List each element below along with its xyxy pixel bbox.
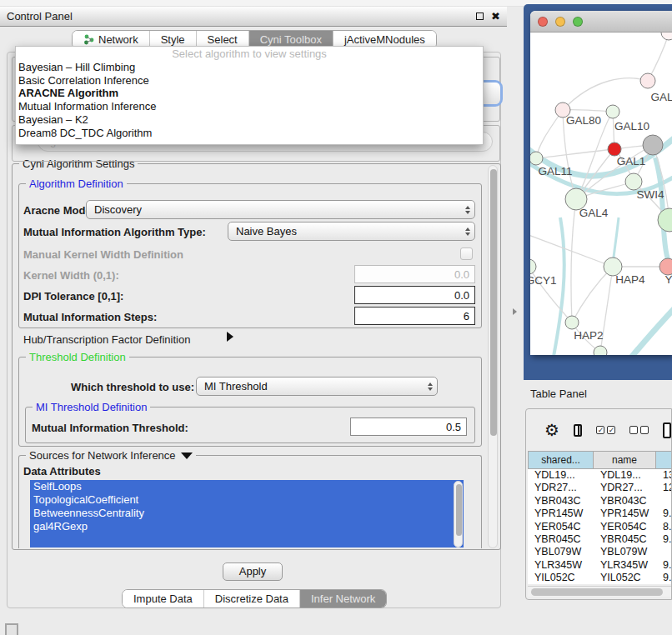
table-cell: YBL079W [594, 546, 656, 558]
minimize-traffic-light-icon[interactable] [555, 17, 565, 27]
table-row[interactable]: YIL052CYIL052C9. [528, 572, 672, 584]
network-edge[interactable] [536, 149, 614, 158]
network-node[interactable] [659, 258, 672, 275]
network-node[interactable] [594, 346, 607, 355]
column-header-a[interactable]: A [656, 451, 672, 469]
aracne-mode-value: Discovery [87, 203, 461, 216]
table-cell: YDR27... [594, 482, 656, 494]
collapse-arrow-icon[interactable] [181, 452, 193, 459]
table-row[interactable]: YDR27...YDR27...12 [528, 482, 672, 494]
network-node[interactable] [606, 105, 619, 118]
table-toolbar: ⚙ ✓✓ [526, 409, 671, 451]
node-label: GAL1 [617, 155, 646, 168]
table-cell: YBR045C [594, 533, 656, 546]
table-row[interactable]: YPR145WYPR145W9. [528, 508, 672, 520]
algorithm-option[interactable]: Dream8 DC_TDC Algorithm [16, 127, 483, 140]
table-row[interactable]: YBR043CYBR043C [528, 495, 672, 508]
table-hscrollbar[interactable] [528, 586, 672, 597]
network-node[interactable] [640, 73, 655, 88]
attribute-item[interactable] [30, 533, 464, 548]
node-label: GAL10 [614, 120, 649, 132]
which-threshold-value: MI Threshold [197, 380, 424, 392]
table-row[interactable]: YBR045CYBR045C9. [528, 533, 672, 546]
algorithm-option[interactable]: ARACNE Algorithm [16, 87, 483, 100]
table-row[interactable]: YLR345WYLR345W9. [528, 559, 672, 572]
table-row[interactable]: YER054CYER054C8. [528, 521, 672, 533]
network-window-titlebar[interactable] [530, 11, 672, 32]
tab-discretize-data[interactable]: Discretize Data [204, 590, 300, 608]
network-edge[interactable] [536, 110, 563, 158]
network-canvas[interactable]: GALGAL80GAL10GAL1GAL11SWI4GAL4GCY1HAP4YH… [530, 32, 672, 355]
network-node[interactable] [658, 208, 672, 232]
network-edge[interactable] [572, 267, 613, 322]
algorithm-option[interactable]: Bayesian – K2 [16, 113, 483, 127]
tab-label: Select [208, 33, 238, 46]
close-icon[interactable]: ✖ [491, 11, 500, 22]
attribute-item[interactable]: BetweennessCentrality [30, 507, 464, 520]
algorithm-definition-label: Algorithm Definition [26, 178, 127, 190]
float-window-icon[interactable] [476, 12, 484, 20]
table-cell: 13 [656, 469, 672, 482]
tab-impute-data[interactable]: Impute Data [123, 590, 204, 608]
tab-infer-network[interactable]: Infer Network [300, 590, 386, 608]
tab-label: Cyni Toolbox [260, 33, 322, 46]
network-node[interactable] [530, 259, 536, 274]
panel-corner-icon[interactable] [5, 623, 18, 635]
network-node[interactable] [530, 152, 543, 165]
algorithm-option[interactable]: Basic Correlation Inference [16, 74, 483, 88]
algorithm-option[interactable]: Mutual Information Inference [16, 100, 483, 113]
dpi-tolerance-field[interactable]: 0.0 [354, 286, 475, 304]
new-table-icon[interactable] [663, 422, 671, 438]
sources-title: Sources for Network Inference [29, 449, 176, 462]
settings-scrollbar[interactable] [488, 165, 498, 548]
table-cell: YBR045C [528, 533, 594, 546]
attribute-item[interactable]: gal4RGexp [30, 520, 464, 533]
mi-threshold-label: Mutual Information Threshold: [32, 422, 188, 434]
table-panel-title: Table Panel [530, 388, 587, 400]
aracne-mode-combo[interactable]: Discovery [86, 200, 475, 219]
columns-icon[interactable] [574, 424, 583, 437]
close-traffic-light-icon[interactable] [538, 17, 548, 27]
gear-icon[interactable]: ⚙ [544, 422, 559, 438]
mi-steps-field[interactable]: 6 [354, 307, 475, 325]
attribute-item[interactable]: SelfLoops [30, 480, 464, 493]
table-cell: YLR345W [594, 559, 656, 572]
algorithm-option[interactable]: Bayesian – Hill Climbing [16, 61, 483, 74]
network-icon [83, 34, 94, 45]
table-cell: YBR043C [594, 495, 656, 508]
tab-label: Discretize Data [215, 592, 288, 605]
network-edge[interactable] [605, 298, 672, 355]
mi-threshold-field[interactable]: 0.5 [350, 418, 467, 436]
deselect-all-icon[interactable] [629, 426, 649, 434]
manual-kernel-checkbox[interactable] [460, 248, 473, 260]
network-node[interactable] [608, 142, 621, 156]
attribute-item[interactable]: TopologicalCoefficient [30, 493, 464, 507]
mi-algorithm-type-combo[interactable]: Naive Bayes [228, 222, 475, 241]
column-header-shared[interactable]: shared... [528, 451, 594, 469]
splitter-handle[interactable] [513, 308, 517, 315]
node-label: Y [664, 273, 672, 286]
expand-arrow-icon[interactable] [227, 332, 233, 342]
network-edge[interactable] [571, 199, 576, 322]
table-row[interactable]: YBL079WYBL079W [528, 546, 672, 558]
network-node[interactable] [565, 316, 579, 329]
table-cell: 9. [656, 572, 672, 584]
zoom-traffic-light-icon[interactable] [573, 17, 583, 27]
column-header-name[interactable]: name [594, 451, 656, 469]
table-cell: YBL079W [528, 546, 594, 558]
apply-button[interactable]: Apply [223, 562, 283, 581]
which-threshold-combo[interactable]: MI Threshold [196, 377, 438, 396]
select-all-icon[interactable]: ✓✓ [596, 426, 615, 434]
table-row[interactable]: YDL19...YDL19...13 [528, 469, 672, 482]
network-node[interactable] [661, 32, 672, 40]
network-node[interactable] [625, 173, 642, 190]
node-label: GAL4 [579, 207, 609, 219]
data-attributes-list[interactable]: SelfLoopsTopologicalCoefficientBetweenne… [30, 480, 464, 548]
node-label: GAL80 [566, 114, 601, 127]
network-edge[interactable] [563, 78, 648, 110]
aracne-mode-label: Aracne Mode: [23, 204, 95, 217]
mi-algorithm-type-label: Mutual Information Algorithm Type: [23, 226, 206, 238]
attribute-list-scrollbar[interactable] [454, 481, 463, 548]
kernel-width-field[interactable]: 0.0 [354, 265, 475, 283]
network-node[interactable] [643, 135, 663, 155]
